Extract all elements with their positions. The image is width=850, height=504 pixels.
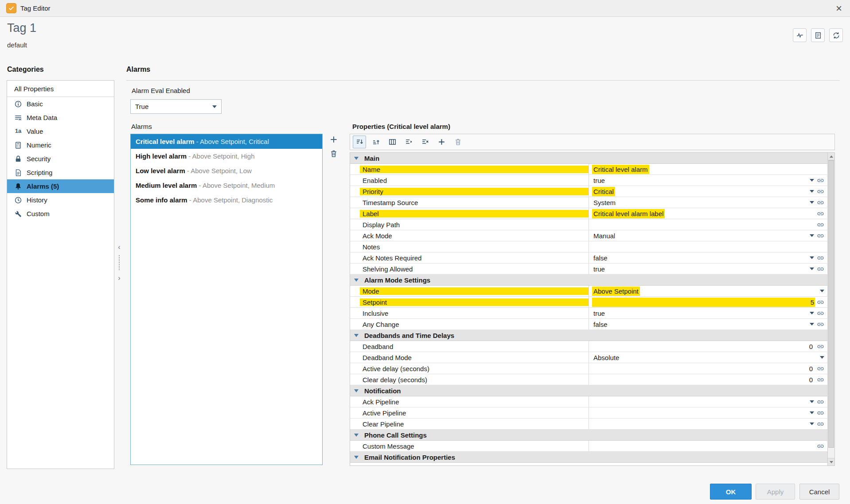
scrollbar-thumb[interactable] [828, 160, 834, 448]
pvalue-cell[interactable]: Critical [589, 186, 827, 197]
category-item-basic[interactable]: Basic [7, 97, 114, 111]
property-value[interactable]: Above Setpoint [592, 287, 640, 296]
category-item-value[interactable]: 1a Value [7, 124, 114, 138]
binding-link-icon[interactable] [817, 210, 824, 217]
property-row[interactable]: Active Pipeline [350, 407, 827, 419]
binding-link-icon[interactable] [817, 232, 824, 240]
category-item-meta-data[interactable]: Meta Data [7, 111, 114, 124]
property-value[interactable]: Critical level alarm label [592, 209, 665, 218]
add-property-icon[interactable] [435, 136, 448, 148]
pvalue-cell[interactable]: true [589, 308, 827, 318]
binding-link-icon[interactable] [817, 442, 824, 450]
property-value[interactable] [592, 445, 595, 447]
property-value[interactable] [592, 224, 595, 225]
collapse-triangle-icon[interactable] [354, 389, 359, 392]
dropdown-caret-icon[interactable] [810, 268, 814, 270]
binding-link-icon[interactable] [817, 265, 824, 273]
expand-rows-icon[interactable] [402, 136, 415, 148]
category-item-scripting[interactable]: Scripting [7, 166, 114, 179]
collapse-rows-icon[interactable] [418, 136, 432, 148]
pvalue-cell[interactable]: false [589, 252, 827, 263]
property-value[interactable]: Critical [592, 187, 615, 196]
refresh-icon[interactable] [829, 28, 843, 42]
collapse-triangle-icon[interactable] [354, 434, 359, 437]
property-category-row[interactable]: Phone Call Settings [350, 430, 827, 441]
property-value[interactable] [592, 246, 595, 248]
pvalue-cell[interactable]: 0 [589, 374, 827, 385]
cancel-button[interactable]: Cancel [799, 484, 839, 500]
dropdown-caret-icon[interactable] [820, 290, 824, 292]
property-row[interactable]: Clear delay (seconds) 0 [350, 374, 827, 385]
property-value[interactable]: Manual [592, 231, 616, 240]
dropdown-caret-icon[interactable] [810, 179, 814, 182]
property-value[interactable]: false [592, 253, 609, 263]
property-row[interactable]: Deadband Mode Absolute [350, 352, 827, 363]
close-icon[interactable]: × [834, 4, 844, 13]
pvalue-cell[interactable] [589, 396, 827, 407]
pvalue-cell[interactable]: 5 [589, 297, 827, 307]
apply-button[interactable]: Apply [756, 484, 795, 500]
binding-link-icon[interactable] [817, 188, 824, 195]
columns-icon[interactable] [386, 136, 399, 148]
panel-splitter[interactable]: ‹ › [117, 244, 122, 292]
pvalue-cell[interactable] [589, 419, 827, 429]
binding-link-icon[interactable] [817, 299, 824, 306]
dropdown-caret-icon[interactable] [810, 201, 814, 204]
collapse-chevron-icon[interactable]: ‹ [118, 244, 120, 251]
binding-link-icon[interactable] [817, 310, 824, 317]
sort-ascending-icon[interactable] [369, 136, 382, 148]
pvalue-cell[interactable]: true [589, 175, 827, 186]
dropdown-caret-icon[interactable] [810, 400, 814, 403]
dropdown-caret-icon[interactable] [810, 423, 814, 425]
property-row[interactable]: Label Critical level alarm label [350, 208, 827, 219]
pvalue-cell[interactable] [589, 441, 827, 451]
property-value[interactable]: 0 [808, 342, 814, 351]
property-row[interactable]: Deadband 0 [350, 341, 827, 352]
pvalue-cell[interactable]: 0 [589, 363, 827, 374]
alarm-list-item[interactable]: Some info alarm - Above Setpoint, Diagno… [131, 193, 322, 207]
pvalue-cell[interactable]: Above Setpoint [589, 286, 827, 296]
property-category-row[interactable]: Email Notification Properties [350, 452, 827, 463]
binding-link-icon[interactable] [817, 398, 824, 406]
property-row[interactable]: Notes [350, 241, 827, 252]
property-value[interactable] [592, 401, 595, 403]
add-alarm-icon[interactable] [328, 134, 339, 145]
property-category-row[interactable]: Notification [350, 385, 827, 396]
binding-link-icon[interactable] [817, 420, 824, 428]
property-row[interactable]: Display Path [350, 219, 827, 230]
dropdown-caret-icon[interactable] [810, 234, 814, 237]
property-value[interactable]: 5 [809, 298, 815, 307]
property-value[interactable]: Absolute [592, 353, 620, 362]
properties-scrollbar[interactable] [827, 153, 834, 465]
property-row[interactable]: Clear Pipeline [350, 419, 827, 430]
alarm-list-item[interactable]: Critical level alarm - Above Setpoint, C… [131, 134, 322, 149]
sort-descending-icon[interactable] [353, 136, 366, 148]
scroll-up-icon[interactable] [828, 153, 834, 160]
pvalue-cell[interactable]: Critical level alarm [589, 164, 827, 174]
binding-link-icon[interactable] [817, 376, 824, 384]
diagnostics-pulse-icon[interactable] [793, 28, 807, 42]
pvalue-cell[interactable]: false [589, 319, 827, 330]
property-row[interactable]: Active delay (seconds) 0 [350, 363, 827, 374]
property-category-row[interactable]: Alarm Mode Settings [350, 275, 827, 286]
property-row[interactable]: Timestamp Source System [350, 197, 827, 208]
collapse-triangle-icon[interactable] [354, 334, 359, 337]
property-value[interactable]: 0 [808, 364, 814, 373]
property-value[interactable]: true [592, 309, 606, 318]
property-row[interactable]: Setpoint 5 [350, 297, 827, 308]
collapse-triangle-icon[interactable] [354, 157, 359, 160]
category-item-alarms[interactable]: Alarms (5) [7, 179, 114, 193]
category-item-custom[interactable]: Custom [7, 207, 114, 221]
property-category-row[interactable]: Deadbands and Time Delays [350, 330, 827, 341]
alarm-list-item[interactable]: High level alarm - Above Setpoint, High [131, 149, 322, 163]
pvalue-cell[interactable] [589, 241, 827, 252]
property-row[interactable]: Shelving Allowed true [350, 264, 827, 275]
alarm-list-item[interactable]: Low level alarm - Above Setpoint, Low [131, 163, 322, 178]
pvalue-cell[interactable] [589, 407, 827, 418]
category-item-history[interactable]: History [7, 193, 114, 207]
documentation-note-icon[interactable] [811, 28, 825, 42]
dropdown-caret-icon[interactable] [810, 411, 814, 414]
property-value[interactable]: false [592, 320, 609, 329]
pvalue-cell[interactable]: true [589, 264, 827, 274]
binding-link-icon[interactable] [817, 199, 824, 206]
